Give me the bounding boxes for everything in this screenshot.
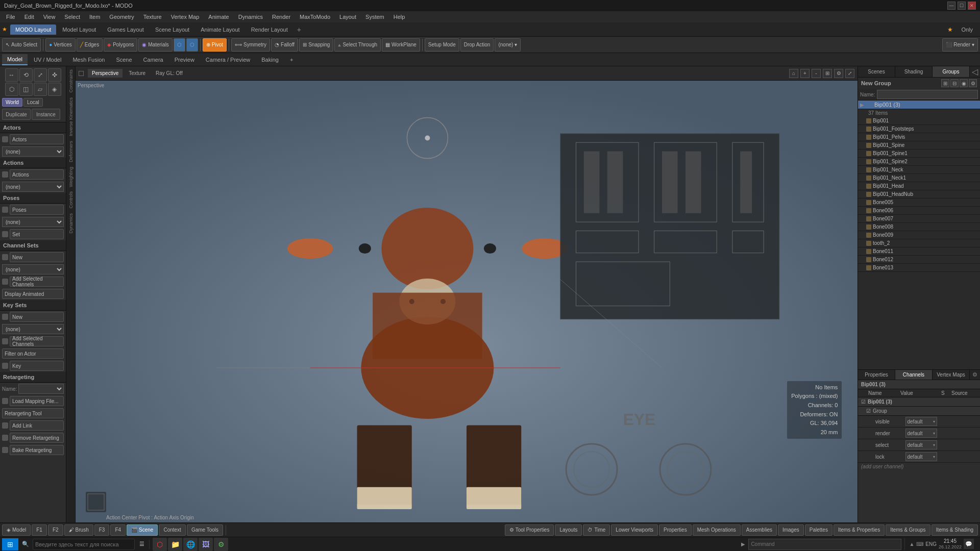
tree-item-head[interactable]: Bip001_Head: [858, 182, 980, 190]
channels-tab[interactable]: Channels: [895, 370, 933, 380]
world-button[interactable]: World: [2, 98, 22, 107]
star-button[interactable]: ★: [947, 26, 953, 33]
vp-maximize-icon[interactable]: ⤢: [845, 69, 854, 78]
group-name-input[interactable]: [877, 90, 978, 99]
key-button[interactable]: Key: [10, 361, 64, 371]
taskbar-app4-icon[interactable]: 🖼: [199, 538, 213, 551]
lock-value[interactable]: default ▾: [905, 452, 938, 461]
bb-tab-properties[interactable]: Properties: [659, 524, 692, 536]
menu-maxtomodo[interactable]: MaxToModo: [296, 13, 334, 21]
menu-item[interactable]: Item: [85, 13, 104, 21]
setup-mode-button[interactable]: Setup Mode: [425, 38, 459, 52]
bb-tab-scene[interactable]: 🎬 Scene: [127, 524, 158, 536]
actors-select[interactable]: (none): [2, 146, 64, 157]
window-controls[interactable]: — ☐ ✕: [947, 2, 976, 10]
taskbar-app5-icon[interactable]: ⚙: [214, 538, 228, 551]
vertices-button[interactable]: ● Vertices: [45, 38, 76, 52]
bb-tab-mesh-ops[interactable]: Mesh Operations: [693, 524, 741, 536]
actions-section-title[interactable]: Actions: [0, 158, 66, 168]
tab-texture[interactable]: Texture: [125, 69, 150, 78]
layout-tab-scene[interactable]: Scene Layout: [150, 24, 194, 35]
actors-section-title[interactable]: Actors: [0, 122, 66, 133]
bb-tab-items-groups[interactable]: Items & Groups: [886, 524, 930, 536]
viewport[interactable]: Perspective Texture Ray GL: Off ⌂ + - ⊞ …: [76, 66, 857, 522]
check-icon[interactable]: ☑: [861, 399, 866, 405]
controls-label[interactable]: Controls: [67, 189, 75, 211]
bb-tab-f3[interactable]: F3: [94, 524, 110, 536]
retargeting-title[interactable]: Retargeting: [0, 372, 66, 383]
channel-sets-select[interactable]: (none): [2, 264, 64, 274]
bake-retargeting-button[interactable]: Bake Retargeting: [10, 445, 64, 455]
tree-item-spine1[interactable]: Bip001_Spine1: [858, 149, 980, 158]
transform-icon-8[interactable]: ◈: [48, 83, 61, 96]
tree-item-bone011[interactable]: Bone011: [858, 247, 980, 256]
tree-item-footsteps[interactable]: Bip001_Footsteps: [858, 125, 980, 133]
drop-action-button[interactable]: Drop Action: [460, 38, 494, 52]
poses-section-title[interactable]: Poses: [0, 193, 66, 204]
layout-tab-render[interactable]: Render Layout: [246, 24, 293, 35]
filter-on-actor-button[interactable]: Filter on Actor: [2, 348, 64, 359]
task-view-button[interactable]: ☰: [136, 538, 148, 550]
scene-tree[interactable]: ▶ Bip001 (3) 37 Items Bip001 Bip001_Foot…: [858, 101, 980, 369]
transform-icon-4[interactable]: ✜: [48, 68, 61, 82]
poses-button[interactable]: Poses: [10, 205, 64, 215]
channel-sets-title[interactable]: Channel Sets: [0, 240, 66, 251]
snapping-button[interactable]: ⊞ Snapping: [299, 38, 333, 52]
only-button[interactable]: Only: [956, 24, 978, 35]
deformers-label[interactable]: Deformers: [67, 139, 75, 164]
tree-item-neck[interactable]: Bip001_Neck: [858, 166, 980, 174]
channel-sets-new-button[interactable]: New: [10, 252, 64, 262]
bb-tab-tool-properties[interactable]: ⚙ Tool Properties: [505, 524, 554, 536]
menu-layout[interactable]: Layout: [335, 13, 360, 21]
polygons-button[interactable]: ◈ Polygons: [104, 38, 137, 52]
select-value[interactable]: default ▾: [905, 440, 938, 449]
tab-groups[interactable]: Groups: [933, 66, 970, 77]
tab-camera[interactable]: Camera: [138, 55, 168, 65]
tree-item-bone006[interactable]: Bone006: [858, 207, 980, 215]
tree-item-bone013[interactable]: Bone013: [858, 264, 980, 272]
tab-perspective[interactable]: Perspective: [88, 69, 122, 78]
tree-item-pelvis[interactable]: Bip001_Pelvis: [858, 133, 980, 141]
menu-file[interactable]: File: [2, 13, 19, 21]
panel-icon-1[interactable]: ⊞: [941, 79, 949, 87]
vp-home-icon[interactable]: ⌂: [789, 69, 798, 78]
layout-tab-animate[interactable]: Animate Layout: [195, 24, 244, 35]
tree-item-bip001[interactable]: Bip001: [858, 117, 980, 125]
instance-button[interactable]: Instance: [32, 109, 60, 120]
menu-vertex-map[interactable]: Vertex Map: [167, 13, 204, 21]
menu-geometry[interactable]: Geometry: [105, 13, 138, 21]
auto-select-button[interactable]: ↖ Auto Select: [2, 38, 41, 52]
layout-tab-modo[interactable]: MODO Layout: [10, 24, 56, 35]
menu-dynamics[interactable]: Dynamics: [234, 13, 267, 21]
tree-item-tooth2[interactable]: tooth_2: [858, 239, 980, 247]
search-widget-icon[interactable]: 🔍: [19, 538, 32, 550]
menu-render[interactable]: Render: [268, 13, 295, 21]
tree-item-bone009[interactable]: Bone009: [858, 231, 980, 239]
vp-zoom-in-icon[interactable]: +: [800, 69, 810, 78]
render-button[interactable]: ⬛ Render ▾: [942, 38, 978, 52]
local-button[interactable]: Local: [23, 98, 43, 107]
menu-select[interactable]: Select: [60, 13, 84, 21]
tab-scene[interactable]: Scene: [111, 55, 137, 65]
dynamics-label[interactable]: Dynamics: [67, 211, 75, 236]
key-sets-select[interactable]: (none): [2, 324, 64, 334]
bb-tab-assemblies[interactable]: Assemblies: [742, 524, 777, 536]
collapse-right-icon[interactable]: ◁: [970, 66, 980, 77]
taskbar-modo-icon[interactable]: ⬡: [153, 538, 167, 551]
tab-model[interactable]: Model: [2, 54, 28, 65]
render-value[interactable]: default ▾: [905, 429, 938, 438]
maximize-button[interactable]: ☐: [958, 2, 966, 10]
panel-icon-2[interactable]: ⊟: [950, 79, 959, 87]
tab-shading[interactable]: Shading: [895, 66, 933, 77]
vp-settings-icon[interactable]: ⚙: [834, 69, 843, 78]
key-add-channels-button[interactable]: Add Selected Channels: [10, 336, 64, 346]
tab-preview[interactable]: Preview: [169, 55, 200, 65]
bb-tab-layouts[interactable]: Layouts: [555, 524, 582, 536]
transform-icon-7[interactable]: ▱: [34, 83, 47, 96]
icon-btn-1[interactable]: ⬡: [174, 38, 185, 52]
menu-system[interactable]: System: [361, 13, 388, 21]
vp-fit-icon[interactable]: ⊞: [823, 69, 832, 78]
tab-uv-model[interactable]: UV / Model: [29, 55, 66, 65]
viewport-canvas[interactable]: EYE Perspective: [76, 81, 857, 522]
pivot-button[interactable]: ⊕ Pivot: [203, 38, 227, 52]
